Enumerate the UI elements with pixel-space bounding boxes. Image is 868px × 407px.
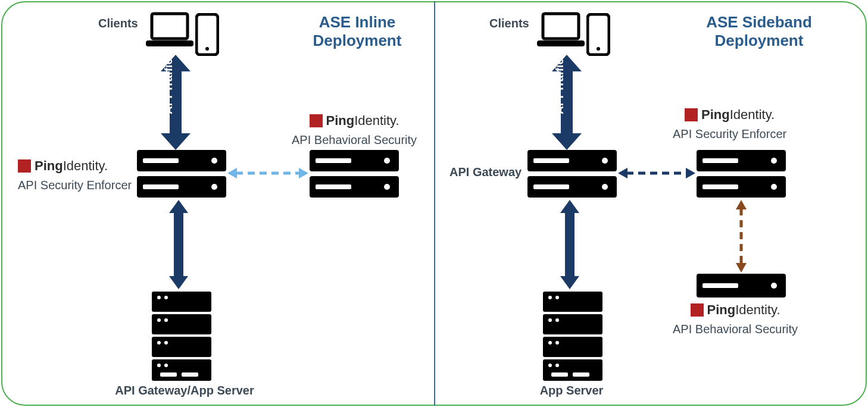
- svg-point-31: [157, 364, 161, 367]
- svg-rect-21: [152, 292, 211, 312]
- svg-point-28: [157, 341, 161, 345]
- svg-marker-18: [227, 168, 237, 179]
- left-clients-label: Clients: [98, 17, 138, 30]
- right-behavioral-sub: API Behavioral Security: [673, 323, 798, 336]
- vertical-arrow-bottom-right: [559, 200, 580, 289]
- server-stack-icon: [527, 150, 617, 198]
- svg-point-25: [157, 318, 161, 322]
- svg-point-67: [555, 318, 559, 322]
- left-bottom-label: API Gateway/App Server: [98, 384, 271, 397]
- server-tower-icon: [152, 292, 211, 381]
- svg-marker-20: [169, 200, 188, 289]
- svg-rect-33: [160, 372, 177, 377]
- svg-marker-56: [736, 200, 747, 209]
- svg-point-38: [597, 47, 600, 51]
- svg-point-63: [548, 296, 552, 299]
- svg-rect-30: [152, 359, 211, 381]
- dashed-arrow-horizontal: [227, 164, 308, 182]
- right-heading-line1: ASE Sideband: [706, 13, 812, 31]
- server-tower-icon: [543, 292, 602, 381]
- svg-point-73: [555, 364, 559, 367]
- svg-point-16: [384, 184, 390, 190]
- svg-point-70: [555, 341, 559, 345]
- dashed-arrow-horizontal: [618, 164, 695, 182]
- right-api-traffic-label: API Traffic: [553, 51, 566, 122]
- svg-rect-36: [537, 40, 585, 46]
- svg-point-13: [384, 158, 390, 164]
- svg-rect-27: [152, 337, 211, 357]
- laptop-icon: [146, 11, 199, 52]
- svg-point-72: [548, 364, 552, 367]
- svg-point-32: [164, 364, 168, 367]
- left-behavioral-sub: API Behavioral Security: [292, 133, 417, 147]
- svg-point-29: [164, 341, 168, 345]
- center-divider: [434, 1, 435, 406]
- svg-point-64: [555, 296, 559, 299]
- ping-square-icon: [18, 159, 31, 173]
- vertical-arrow-bottom-left: [168, 200, 189, 289]
- svg-point-26: [164, 318, 168, 322]
- svg-rect-75: [573, 372, 589, 377]
- svg-rect-1: [146, 40, 193, 46]
- svg-rect-59: [702, 283, 738, 288]
- svg-rect-12: [316, 158, 351, 163]
- server-stack-icon: [137, 150, 226, 198]
- server-single-icon: [697, 274, 786, 298]
- right-heading-line2: Deployment: [715, 32, 804, 49]
- svg-point-10: [211, 184, 217, 190]
- left-heading: ASE Inline Deployment: [286, 13, 429, 50]
- svg-rect-62: [543, 292, 602, 312]
- left-api-traffic-label: API Traffic: [162, 51, 175, 122]
- right-bottom-label: App Server: [512, 384, 631, 397]
- svg-marker-19: [299, 168, 308, 179]
- svg-point-69: [548, 341, 552, 345]
- svg-rect-68: [543, 337, 602, 357]
- svg-rect-74: [551, 372, 568, 377]
- svg-point-45: [602, 184, 608, 190]
- diagram-canvas: ASE Inline Deployment Clients API Traffi…: [0, 0, 868, 407]
- svg-rect-15: [316, 184, 351, 189]
- phone-icon: [586, 13, 610, 56]
- ping-square-icon: [685, 108, 698, 121]
- right-gateway-label: API Gateway: [449, 165, 522, 179]
- ping-square-icon: [310, 114, 323, 127]
- ping-brand-text: PingIdentity.: [326, 113, 399, 129]
- svg-rect-65: [543, 314, 602, 334]
- right-ping-enforcer: PingIdentity. API Security Enforcer: [673, 107, 786, 141]
- left-ping-enforcer: PingIdentity. API Security Enforcer: [18, 158, 132, 192]
- left-heading-line2: Deployment: [313, 32, 402, 49]
- svg-rect-71: [543, 359, 602, 381]
- svg-marker-54: [686, 168, 695, 179]
- laptop-icon: [537, 11, 591, 52]
- svg-point-3: [205, 47, 209, 51]
- svg-rect-9: [143, 184, 179, 189]
- server-stack-icon: [310, 150, 399, 198]
- svg-point-7: [211, 158, 217, 164]
- server-stack-icon: [697, 150, 786, 198]
- svg-point-48: [771, 158, 777, 164]
- left-enforcer-sub: API Security Enforcer: [18, 179, 132, 192]
- svg-point-60: [771, 283, 777, 289]
- svg-point-22: [157, 296, 161, 299]
- dashed-arrow-vertical: [732, 200, 750, 273]
- svg-rect-24: [152, 314, 211, 334]
- svg-rect-47: [702, 158, 738, 163]
- right-heading: ASE Sideband Deployment: [676, 13, 842, 50]
- ping-square-icon: [691, 303, 704, 317]
- ping-brand-text: PingIdentity.: [707, 302, 780, 318]
- svg-rect-50: [702, 184, 738, 189]
- svg-rect-34: [182, 372, 198, 377]
- svg-rect-44: [533, 184, 569, 189]
- svg-point-51: [771, 184, 777, 190]
- svg-marker-57: [736, 263, 747, 273]
- left-heading-line1: ASE Inline: [319, 13, 396, 31]
- svg-point-66: [548, 318, 552, 322]
- ping-brand-text: PingIdentity.: [701, 107, 775, 123]
- svg-marker-53: [618, 168, 627, 179]
- ping-brand-text: PingIdentity.: [35, 158, 108, 174]
- right-clients-label: Clients: [489, 17, 529, 30]
- svg-rect-41: [533, 158, 569, 163]
- svg-rect-35: [543, 14, 579, 39]
- svg-marker-61: [560, 200, 579, 289]
- svg-point-23: [164, 296, 168, 299]
